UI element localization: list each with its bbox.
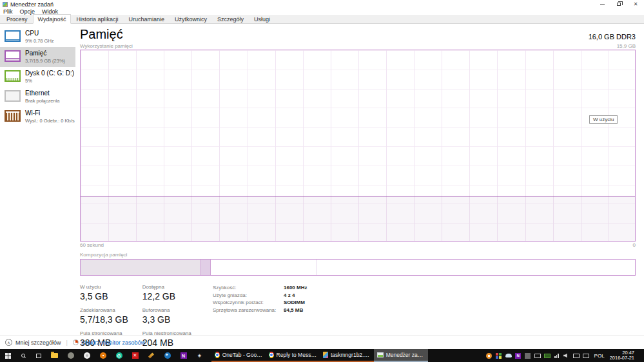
taskbar-window-image[interactable]: taskmngr1b2.png -...: [320, 349, 374, 362]
photo-mosaic-icon: [496, 353, 502, 359]
restore-button[interactable]: [610, 0, 627, 8]
onenote-button[interactable]: N: [175, 349, 191, 362]
close-button[interactable]: ✕: [627, 0, 644, 8]
sidebar-item-title: Ethernet: [25, 90, 59, 97]
sidebar-item-wifi[interactable]: Wi-Fi Wysł.: 0 Odebr.: 0 Kb/s: [0, 107, 75, 127]
tray-network-button[interactable]: [554, 352, 560, 359]
language-indicator[interactable]: POL: [592, 353, 607, 359]
tray-app-orange-button[interactable]: [486, 352, 493, 359]
task-manager-icon: [377, 352, 384, 357]
performance-content: CPU 9% 0,78 GHz Pamięć 3,7/15,9 GB (23%)…: [0, 24, 644, 335]
tray-onedrive-button[interactable]: [505, 352, 512, 359]
titlebar: Menedżer zadań ✕: [0, 0, 644, 8]
tray-ethernet-button[interactable]: [573, 352, 580, 359]
memory-mini-graph-icon: [5, 50, 21, 62]
open-resource-monitor-link[interactable]: Otwórz monitor zasobów: [81, 339, 145, 346]
unity-icon: ◈: [197, 352, 203, 359]
sidebar-item-title: Dysk 0 (C: G: D:): [25, 70, 74, 77]
taskbar-window-reply[interactable]: Reply to Message - ...: [266, 349, 320, 362]
page-title: Pamięć: [80, 27, 123, 42]
tab-szczegoly[interactable]: Szczegóły: [212, 14, 249, 24]
tab-uzytkownicy[interactable]: Użytkownicy: [170, 14, 212, 24]
sidebar-item-subtitle: 9% 0,78 GHz: [25, 38, 54, 44]
memory-header: Pamięć 16,0 GB DDR3: [80, 27, 636, 42]
less-details-button[interactable]: Mniej szczegółów: [15, 339, 61, 346]
file-explorer-button[interactable]: [46, 349, 63, 362]
resource-monitor-icon: [73, 339, 79, 345]
tab-uruchamianie[interactable]: Uruchamianie: [123, 14, 170, 24]
tray-volume-button[interactable]: [563, 352, 570, 359]
sidebar-item-cpu[interactable]: CPU 9% 0,78 GHz: [0, 27, 75, 47]
window-controls: ✕: [594, 0, 644, 8]
unity-app-button[interactable]: ◈: [191, 349, 208, 362]
ethernet-mini-graph-icon: [5, 90, 21, 102]
tray-gpu-button[interactable]: [544, 352, 551, 359]
pinned-app-2-button[interactable]: [79, 349, 95, 362]
gray-app-icon: [68, 352, 74, 359]
gray-circle-app-icon: [84, 352, 90, 359]
task-manager-window: Menedżer zadań ✕ Plik Opcje Widok Proces…: [0, 0, 644, 349]
sidebar-item-subtitle: Brak połączenia: [25, 98, 59, 104]
chart-title: Wykorzystanie pamięci: [80, 43, 133, 49]
blender-button[interactable]: [95, 349, 111, 362]
tab-uslugi[interactable]: Usługi: [249, 14, 275, 24]
sidebar-item-ethernet[interactable]: Ethernet Brak połączenia: [0, 87, 75, 107]
minimize-button[interactable]: [594, 0, 610, 8]
close-icon: ✕: [634, 2, 638, 7]
chrome-icon: [269, 352, 274, 358]
clock-date: 2016-07-21: [610, 356, 634, 361]
tabbar: Procesy Wydajność Historia aplikacji Uru…: [0, 15, 644, 24]
stat-available: Dostępna 12,2 GB: [142, 284, 191, 301]
sidebar-item-subtitle: 5%: [25, 78, 74, 84]
memory-composition-label: Kompozycja pamięci: [80, 252, 636, 258]
pen-app-icon: [148, 352, 154, 358]
blender-icon: [100, 352, 106, 359]
ethernet-icon: [573, 354, 580, 358]
tray-touch-keyboard-button[interactable]: [583, 352, 589, 359]
pen-app-button[interactable]: [143, 349, 159, 362]
thunderbird-icon: [164, 352, 171, 359]
system-tray: N POL 20:47 2016-07-21: [486, 350, 644, 361]
tab-procesy[interactable]: Procesy: [1, 14, 33, 24]
sidebar-item-disk0[interactable]: Dysk 0 (C: G: D:) 5%: [0, 67, 75, 87]
memory-usage-area: [81, 196, 635, 241]
clock[interactable]: 20:47 2016-07-21: [610, 350, 636, 361]
sidebar-item-title: CPU: [25, 30, 54, 37]
memory-composition-bar: [80, 259, 636, 276]
pinned-app-1-button[interactable]: [63, 349, 79, 362]
grammarly-button[interactable]: G: [111, 349, 127, 362]
windows-logo-icon: [5, 353, 11, 359]
tab-historia-aplikacji[interactable]: Historia aplikacji: [71, 14, 123, 24]
onedrive-cloud-icon: [505, 354, 512, 357]
taskbar-window-task-manager[interactable]: Menedżer zadań: [374, 349, 428, 362]
task-view-button[interactable]: [31, 349, 46, 362]
network-signal-icon: [554, 353, 559, 358]
search-button[interactable]: [15, 349, 31, 362]
gpu-display-icon: [544, 354, 551, 358]
chart-max-label: 15,9 GB: [617, 43, 636, 49]
stat-in-use: W użyciu 3,5 GB: [80, 284, 128, 301]
memory-panel: Pamięć 16,0 GB DDR3 Wykorzystanie pamięc…: [80, 24, 636, 348]
tray-display-button[interactable]: [534, 352, 541, 359]
footer-divider: |: [66, 339, 68, 346]
file-explorer-icon: [51, 353, 58, 358]
tab-wydajnosc[interactable]: Wydajność: [33, 14, 72, 24]
thunderbird-button[interactable]: [159, 349, 175, 362]
sidebar-item-title: Wi-Fi: [25, 110, 75, 117]
onenote-icon: N: [515, 353, 521, 359]
red-x-app-button[interactable]: ✕: [127, 349, 143, 362]
red-x-app-icon: ✕: [132, 352, 139, 359]
restore-icon: [617, 3, 621, 6]
chart-time-span-label: 60 sekund: [80, 242, 104, 248]
taskbar-window-onetab[interactable]: OneTab - Google C...: [211, 349, 266, 362]
tray-onenote-button[interactable]: N: [515, 352, 522, 359]
tray-app-gray-button[interactable]: [525, 352, 531, 359]
sidebar-item-memory[interactable]: Pamięć 3,7/15,9 GB (23%): [0, 47, 75, 67]
tray-photos-button[interactable]: [496, 352, 502, 359]
sidebar-item-title: Pamięć: [25, 50, 65, 57]
disk-mini-graph-icon: [5, 70, 21, 82]
touch-keyboard-icon: [583, 354, 589, 358]
stat-cached: Buforowana 3,3 GB: [142, 307, 191, 325]
search-icon: [21, 354, 25, 357]
start-button[interactable]: [0, 349, 15, 362]
